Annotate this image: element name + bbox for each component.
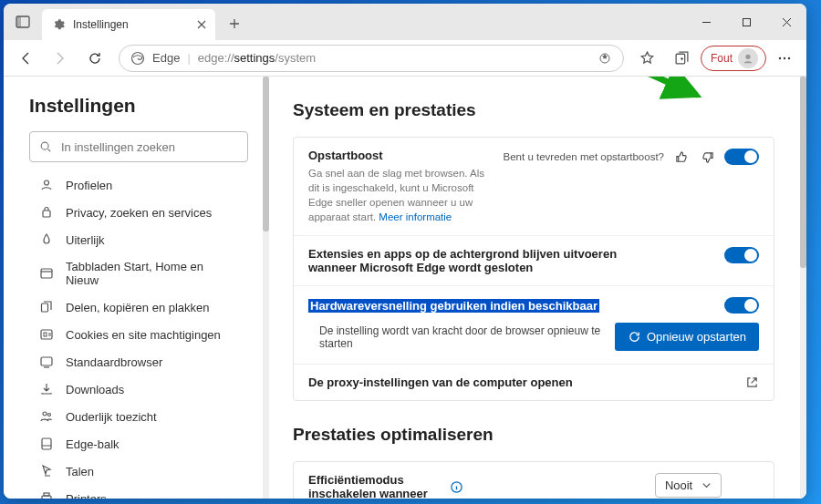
sidebar-item-label: Cookies en site machtigingen [66,328,221,342]
svg-point-10 [41,142,48,149]
address-prefix: Edge [152,51,180,65]
info-icon[interactable] [450,480,463,494]
url-scheme: edge:// [198,51,234,65]
new-tab-button[interactable] [221,10,248,37]
favorites-button[interactable] [631,43,664,74]
svg-point-11 [45,180,49,185]
edge-logo-icon [130,51,145,66]
svg-rect-2 [743,18,750,26]
svg-point-9 [788,57,790,58]
thumbs-down-icon[interactable] [699,149,715,165]
sidebar-item-downloads[interactable]: Downloads [29,375,248,403]
close-tab-icon[interactable] [197,20,206,29]
sidebar-item-label: Printers [66,492,107,499]
tab-actions-button[interactable] [4,4,42,40]
thumbs-up-icon[interactable] [673,149,690,165]
svg-rect-22 [44,493,49,496]
profile-status-label: Fout [711,52,733,65]
sidebar-item-talen[interactable]: Talen [29,458,248,485]
sidebar-icon [38,178,55,192]
svg-rect-17 [41,357,52,365]
restart-browser-button[interactable]: Opnieuw opstarten [615,323,759,351]
refresh-button[interactable] [78,43,111,74]
section-title-performance: Prestaties optimaliseren [293,425,774,445]
setting-startup-boost-title: Opstartboost [308,149,493,162]
sidebar-item-uiterlijk[interactable]: Uiterlijk [29,226,248,253]
startup-boost-toggle[interactable] [724,149,759,165]
sidebar-item-label: Tabbladen Start, Home en Nieuw [66,260,239,287]
sidebar-icon [38,437,55,451]
svg-point-18 [43,412,47,416]
minimize-button[interactable] [686,4,726,40]
collections-button[interactable] [666,43,699,74]
profile-chip[interactable]: Fout [701,46,766,71]
sidebar-icon [38,205,55,220]
avatar-icon [738,48,758,68]
sidebar-icon [38,355,55,369]
search-input[interactable] [61,140,238,154]
learn-more-link[interactable]: Meer informatie [379,211,452,222]
restart-required-text: De instelling wordt van kracht door de b… [319,324,602,350]
sidebar-item-standaardbrowser[interactable]: Standaardbrowser [29,348,248,375]
sidebar-item-label: Delen, kopiëren en plakken [66,301,210,314]
sidebar-item-label: Privacy, zoeken en services [66,206,212,220]
sidebar-item-printers[interactable]: Printers [29,485,248,499]
svg-point-7 [779,57,781,58]
sidebar-item-delen-kopi-ren-en-plakken[interactable]: Delen, kopiëren en plakken [29,293,248,321]
setting-hardware-accel-title: Hardwareversnelling gebruiken indien bes… [308,299,599,313]
svg-point-8 [784,57,785,58]
svg-rect-13 [41,269,52,278]
setting-efficiency-title: Efficiëntiemodus inschakelen wanneer [308,473,442,499]
svg-rect-14 [42,303,48,312]
sidebar-item-label: Profielen [66,179,112,192]
efficiency-mode-select[interactable]: Nooit [655,473,722,498]
section-title-system: Systeem en prestaties [293,100,774,120]
address-bar[interactable]: Edge | edge:// settings /system [119,45,624,72]
url-path-rest: /system [275,51,316,65]
main-scrollbar[interactable] [800,77,806,499]
sidebar-item-label: Downloads [66,383,124,396]
sidebar-item-tabbladen-start-home-en-nieuw[interactable]: Tabbladen Start, Home en Nieuw [29,253,248,293]
settings-heading: Instellingen [29,95,248,117]
setting-startup-boost-desc: Ga snel aan de slag met browsen. Als dit… [308,166,493,224]
gear-icon [51,17,66,32]
sidebar-item-privacy-zoeken-en-services[interactable]: Privacy, zoeken en services [29,199,248,226]
search-icon [39,140,52,153]
sidebar-scrollbar[interactable] [263,77,269,499]
svg-rect-12 [43,211,50,217]
tab-title: Instellingen [73,18,129,31]
rewards-icon[interactable] [598,51,612,66]
svg-rect-1 [16,16,21,27]
setting-proxy-title: De proxy-instellingen van de computer op… [308,375,734,389]
sidebar-item-profielen[interactable]: Profielen [29,171,248,199]
sidebar-item-edge-balk[interactable]: Edge-balk [29,430,248,458]
sidebar-icon [38,300,55,314]
maximize-button[interactable] [726,4,766,40]
sidebar-item-label: Standaardbrowser [66,355,162,369]
external-link-icon[interactable] [745,375,759,389]
sidebar-icon [38,409,55,424]
svg-point-19 [48,414,51,417]
sidebar-item-label: Uiterlijk [66,233,105,247]
sidebar-item-cookies-en-site-machtigingen[interactable]: Cookies en site machtigingen [29,321,248,348]
back-button[interactable] [9,43,42,74]
sidebar-item-label: Talen [66,465,94,478]
setting-background-apps-title: Extensies en apps op de achtergrond blij… [308,247,664,274]
more-button[interactable] [768,43,801,74]
svg-point-6 [745,54,750,58]
search-input-wrapper[interactable] [29,131,248,162]
background-apps-toggle[interactable] [724,247,759,263]
close-window-button[interactable] [766,4,806,40]
sidebar-icon [38,382,55,396]
forward-button [44,43,77,74]
startup-feedback-question: Bent u tevreden met opstartboost? [504,151,664,162]
hardware-accel-toggle[interactable] [724,297,759,314]
restart-icon [628,330,641,344]
url-path-bold: settings [234,51,275,65]
sidebar-icon [38,464,55,478]
sidebar-item-label: Ouderlijk toezicht [66,410,157,424]
sidebar-item-ouderlijk-toezicht[interactable]: Ouderlijk toezicht [29,403,248,430]
browser-tab[interactable]: Instellingen [42,9,215,40]
sidebar-icon [38,266,55,281]
sidebar-icon [38,232,55,247]
